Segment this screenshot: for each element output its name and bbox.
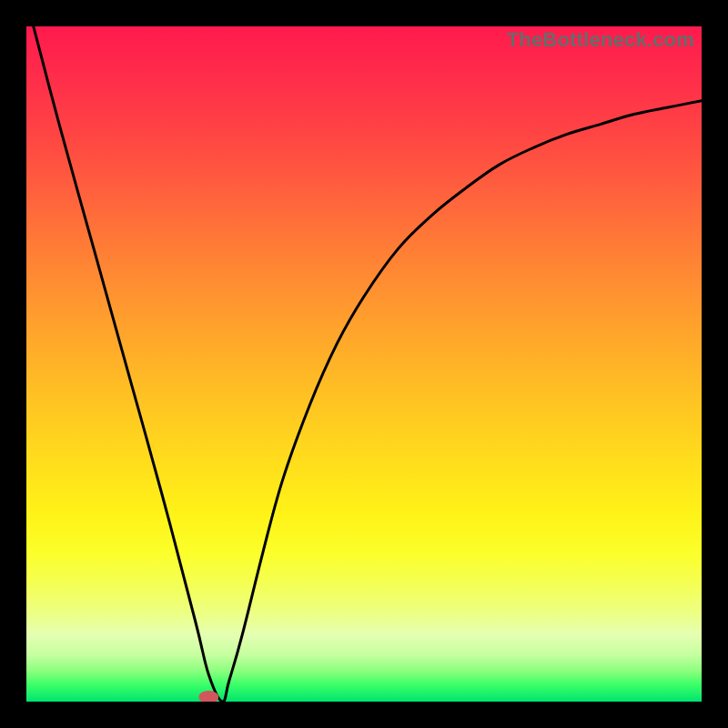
bottleneck-curve [26, 26, 702, 702]
chart-svg [26, 26, 702, 702]
chart-plot-area: TheBottleneck.com [26, 26, 702, 702]
chart-frame: TheBottleneck.com [0, 0, 728, 728]
